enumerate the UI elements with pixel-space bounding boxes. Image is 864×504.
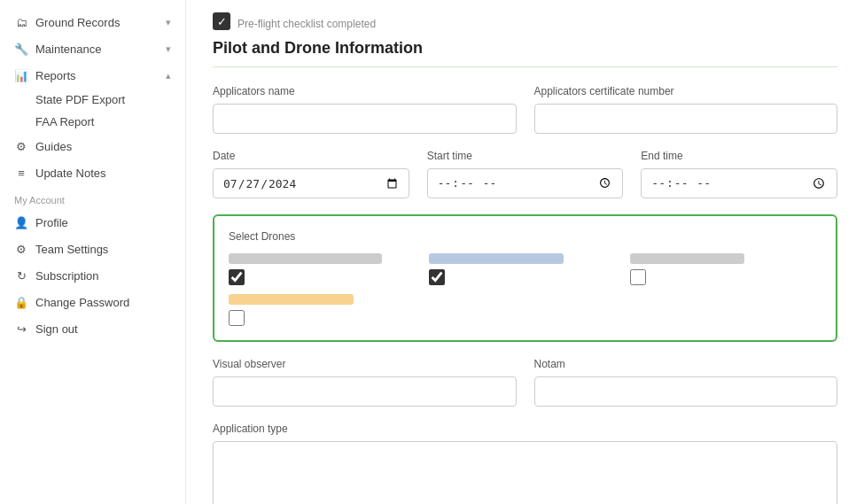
end-time-label: End time xyxy=(641,150,837,162)
applicators-name-label: Applicators name xyxy=(213,85,517,97)
start-time-input[interactable] xyxy=(427,168,624,198)
notam-label: Notam xyxy=(534,358,838,370)
sidebar-item-label: Ground Records xyxy=(35,16,159,29)
sidebar-item-subscription[interactable]: ↻ Subscription xyxy=(0,262,185,289)
sub-item-label: FAA Report xyxy=(35,115,94,128)
applicators-cert-input[interactable] xyxy=(534,104,838,134)
sidebar-item-maintenance[interactable]: 🔧 Maintenance ▾ xyxy=(0,35,185,62)
drones-grid xyxy=(229,253,821,326)
date-input[interactable] xyxy=(213,168,409,198)
sidebar-item-team-settings[interactable]: ⚙ Team Settings xyxy=(0,236,185,262)
applicators-cert-group: Applicators certificate number xyxy=(534,85,838,134)
lock-icon: 🔒 xyxy=(14,295,28,309)
select-drones-box: Select Drones xyxy=(213,214,837,342)
date-time-row: Date Start time End time xyxy=(213,150,837,198)
refresh-icon: ↻ xyxy=(14,268,28,283)
sidebar-sub-item-state-pdf-export[interactable]: State PDF Export xyxy=(0,89,185,111)
end-time-input[interactable] xyxy=(641,168,837,198)
sidebar-item-change-password[interactable]: 🔒 Change Password xyxy=(0,289,185,315)
flight-checklist-row: ✓ Pre-flight checklist completed xyxy=(213,0,837,39)
sidebar-item-label: Profile xyxy=(35,216,171,229)
visual-notam-row: Visual observer Notam xyxy=(213,358,837,407)
completed-text: Pre-flight checklist completed xyxy=(237,9,376,34)
gear-icon: ⚙ xyxy=(14,242,28,256)
drone-checkbox-2[interactable] xyxy=(429,269,445,285)
sidebar-item-ground-records[interactable]: 🗂 Ground Records ▾ xyxy=(0,9,185,35)
date-group: Date xyxy=(213,150,409,198)
drone-name-bar-3 xyxy=(630,253,745,264)
start-time-label: Start time xyxy=(427,150,624,162)
drone-item-2 xyxy=(429,253,620,285)
drone-name-bar-2 xyxy=(429,253,563,264)
reports-icon: 📊 xyxy=(14,68,28,82)
applicators-name-group: Applicators name xyxy=(213,85,517,134)
signout-icon: ↪ xyxy=(14,322,28,336)
start-time-group: Start time xyxy=(427,150,624,198)
sidebar: 🗂 Ground Records ▾ 🔧 Maintenance ▾ 📊 Rep… xyxy=(0,0,186,504)
drone-item-1 xyxy=(229,253,420,285)
wrench-icon: 🔧 xyxy=(14,42,28,56)
my-account-label: My Account xyxy=(0,186,185,209)
name-cert-row: Applicators name Applicators certificate… xyxy=(213,85,837,134)
drone-item-3 xyxy=(630,253,821,285)
sidebar-item-label: Subscription xyxy=(35,269,171,283)
drone-name-bar-1 xyxy=(229,253,382,264)
notes-icon: ≡ xyxy=(14,166,28,180)
person-icon: 👤 xyxy=(14,215,28,229)
sidebar-item-label: Update Notes xyxy=(35,167,171,180)
sidebar-item-update-notes[interactable]: ≡ Update Notes xyxy=(0,159,185,186)
visual-observer-group: Visual observer xyxy=(213,358,517,407)
section-title: Pilot and Drone Information xyxy=(213,39,837,67)
end-time-group: End time xyxy=(641,150,837,198)
sub-item-label: State PDF Export xyxy=(35,93,125,106)
sidebar-item-label: Sign out xyxy=(35,322,171,336)
drone-checkbox-4[interactable] xyxy=(229,310,245,326)
sidebar-item-label: Change Password xyxy=(35,296,171,309)
guides-icon: ⚙ xyxy=(14,139,28,153)
chevron-icon: ▾ xyxy=(166,17,171,28)
drone-name-bar-4 xyxy=(229,294,354,305)
sidebar-item-reports[interactable]: 📊 Reports ▴ xyxy=(0,62,185,89)
chevron-icon: ▴ xyxy=(166,70,171,81)
sidebar-sub-item-faa-report[interactable]: FAA Report xyxy=(0,111,185,133)
application-type-label: Application type xyxy=(213,423,837,435)
sidebar-item-guides[interactable]: ⚙ Guides xyxy=(0,133,185,159)
drone-checkbox-1[interactable] xyxy=(229,269,245,285)
application-type-group: Application type xyxy=(213,423,837,504)
visual-observer-label: Visual observer xyxy=(213,358,517,370)
sidebar-item-label: Guides xyxy=(35,140,171,153)
date-label: Date xyxy=(213,150,409,162)
sidebar-item-sign-out[interactable]: ↪ Sign out xyxy=(0,315,185,342)
notam-input[interactable] xyxy=(534,376,838,407)
visual-observer-input[interactable] xyxy=(213,376,517,407)
applicators-cert-label: Applicators certificate number xyxy=(534,85,838,97)
sidebar-item-label: Team Settings xyxy=(35,243,171,256)
main-content: ✓ Pre-flight checklist completed Pilot a… xyxy=(186,0,864,504)
chevron-icon: ▾ xyxy=(166,43,171,55)
drone-item-4 xyxy=(229,294,420,326)
notam-group: Notam xyxy=(534,358,838,407)
select-drones-label: Select Drones xyxy=(229,230,821,243)
application-type-textarea[interactable] xyxy=(213,441,837,504)
sidebar-item-label: Reports xyxy=(35,69,159,82)
sidebar-item-profile[interactable]: 👤 Profile xyxy=(0,209,185,236)
drone-checkbox-3[interactable] xyxy=(630,269,646,285)
applicators-name-input[interactable] xyxy=(213,104,517,134)
sidebar-item-label: Maintenance xyxy=(35,43,159,56)
ground-records-icon: 🗂 xyxy=(14,15,28,29)
checklist-checkmark: ✓ xyxy=(213,12,230,30)
